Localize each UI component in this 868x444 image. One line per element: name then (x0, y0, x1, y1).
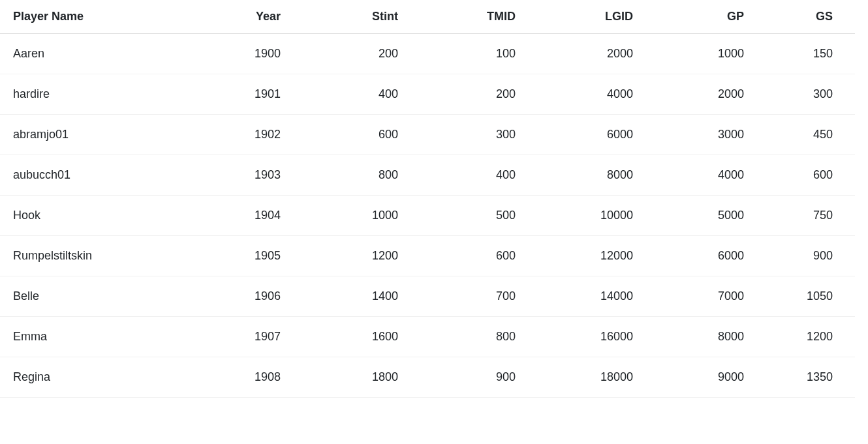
scroll-filler (0, 398, 855, 443)
cell-gp: 4000 (646, 156, 757, 194)
cell-stint: 1800 (294, 359, 411, 396)
cell-lgid: 4000 (529, 76, 646, 113)
cell-lgid: 12000 (529, 237, 646, 274)
cell-player: Regina (0, 359, 183, 396)
cell-gs: 900 (757, 237, 846, 274)
cell-tmid: 400 (411, 156, 529, 194)
table-row[interactable]: hardire190140020040002000300 (0, 74, 855, 115)
cell-gs: 600 (757, 156, 846, 194)
cell-year: 1905 (183, 237, 294, 274)
column-header-gs[interactable]: GS (757, 1, 846, 33)
column-header-stint[interactable]: Stint (294, 1, 411, 33)
cell-tmid: 100 (411, 35, 529, 72)
cell-year: 1903 (183, 156, 294, 194)
cell-gs: 1200 (757, 318, 846, 355)
cell-stint: 1600 (294, 318, 411, 355)
cell-lgid: 8000 (529, 156, 646, 194)
table-row[interactable]: Belle190614007001400070001050 (0, 276, 855, 317)
cell-year: 1900 (183, 35, 294, 72)
cell-year: 1906 (183, 278, 294, 315)
table-row[interactable]: aubucch01190380040080004000600 (0, 155, 855, 196)
cell-gp: 6000 (646, 237, 757, 274)
cell-stint: 1200 (294, 237, 411, 274)
column-header-tmid[interactable]: TMID (411, 1, 529, 33)
cell-player: hardire (0, 76, 183, 113)
cell-gs: 450 (757, 116, 846, 153)
cell-player: Belle (0, 278, 183, 315)
cell-tmid: 300 (411, 116, 529, 153)
cell-lgid: 14000 (529, 278, 646, 315)
cell-lgid: 18000 (529, 359, 646, 396)
cell-tmid: 500 (411, 197, 529, 234)
cell-gp: 2000 (646, 76, 757, 113)
table-row[interactable]: Aaren190020010020001000150 (0, 34, 855, 74)
cell-tmid: 900 (411, 359, 529, 396)
cell-player: abramjo01 (0, 116, 183, 153)
cell-stint: 600 (294, 116, 411, 153)
cell-player: aubucch01 (0, 156, 183, 194)
cell-player: Aaren (0, 35, 183, 72)
cell-year: 1902 (183, 116, 294, 153)
cell-tmid: 600 (411, 237, 529, 274)
cell-year: 1901 (183, 76, 294, 113)
column-header-year[interactable]: Year (183, 1, 294, 33)
column-header-player-name[interactable]: Player Name (0, 1, 183, 33)
cell-tmid: 200 (411, 76, 529, 113)
cell-lgid: 6000 (529, 116, 646, 153)
cell-gs: 750 (757, 197, 846, 234)
column-header-lgid[interactable]: LGID (529, 1, 646, 33)
column-header-gp[interactable]: GP (646, 1, 757, 33)
cell-lgid: 16000 (529, 318, 646, 355)
cell-gs: 1050 (757, 278, 846, 315)
cell-stint: 200 (294, 35, 411, 72)
cell-gp: 8000 (646, 318, 757, 355)
data-grid: Player Name Year Stint TMID LGID GP GS A… (0, 0, 855, 444)
cell-gp: 1000 (646, 35, 757, 72)
table-row[interactable]: Emma190716008001600080001200 (0, 317, 855, 357)
cell-year: 1908 (183, 359, 294, 396)
cell-year: 1904 (183, 197, 294, 234)
cell-gp: 3000 (646, 116, 757, 153)
cell-player: Hook (0, 197, 183, 234)
cell-lgid: 10000 (529, 197, 646, 234)
cell-stint: 1400 (294, 278, 411, 315)
cell-player: Rumpelstiltskin (0, 237, 183, 274)
cell-tmid: 800 (411, 318, 529, 355)
cell-gp: 5000 (646, 197, 757, 234)
cell-gs: 300 (757, 76, 846, 113)
table-row[interactable]: Rumpelstiltskin19051200600120006000900 (0, 236, 855, 276)
cell-gs: 1350 (757, 359, 846, 396)
grid-header-row: Player Name Year Stint TMID LGID GP GS (0, 0, 855, 34)
cell-stint: 800 (294, 156, 411, 194)
cell-gp: 7000 (646, 278, 757, 315)
table-row[interactable]: Hook19041000500100005000750 (0, 196, 855, 236)
cell-stint: 400 (294, 76, 411, 113)
table-row[interactable]: abramjo01190260030060003000450 (0, 115, 855, 155)
grid-body[interactable]: Aaren190020010020001000150hardire1901400… (0, 34, 855, 443)
cell-lgid: 2000 (529, 35, 646, 72)
table-row[interactable]: Regina190818009001800090001350 (0, 357, 855, 398)
cell-gp: 9000 (646, 359, 757, 396)
cell-player: Emma (0, 318, 183, 355)
cell-gs: 150 (757, 35, 846, 72)
cell-stint: 1000 (294, 197, 411, 234)
cell-tmid: 700 (411, 278, 529, 315)
cell-year: 1907 (183, 318, 294, 355)
